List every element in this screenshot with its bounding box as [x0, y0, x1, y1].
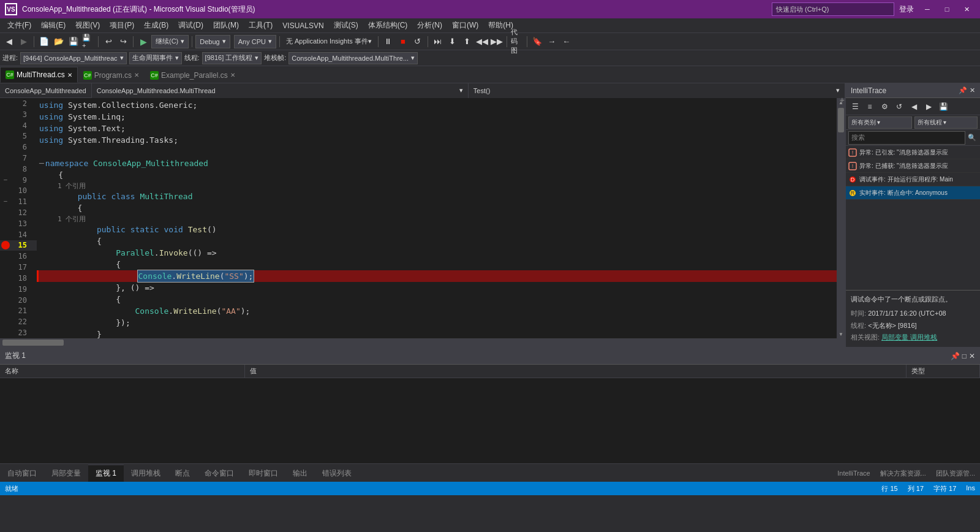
- it-event-3[interactable]: D 调试事件: 开始运行应用程序: Main: [846, 173, 980, 186]
- solution-explorer-tab[interactable]: 解决方案资源...: [875, 465, 931, 482]
- insights-button[interactable]: 无 Application Insights 事件▾: [283, 35, 375, 48]
- thread-dropdown[interactable]: [9816] 工作线程 ▾: [202, 52, 262, 64]
- login-label[interactable]: 登录: [899, 4, 914, 15]
- code-map-button[interactable]: 代码图: [510, 35, 524, 48]
- pause-button[interactable]: ⏸: [382, 35, 395, 48]
- it-close-button[interactable]: ✕: [970, 86, 975, 94]
- menu-file[interactable]: 文件(F): [2, 18, 36, 33]
- menu-tools[interactable]: 工具(T): [244, 18, 277, 33]
- process-dropdown[interactable]: [9464] ConsoleApp_Multithreac ▾: [20, 52, 126, 64]
- undo-button[interactable]: ↩: [102, 35, 115, 48]
- it-detail-view-button[interactable]: ≡: [863, 100, 876, 113]
- col-header-type[interactable]: 类型: [907, 365, 980, 378]
- it-category-filter[interactable]: 所有类别 ▾: [848, 116, 912, 129]
- quick-search[interactable]: 快速启动 (Ctrl+Q): [772, 2, 894, 16]
- menu-build[interactable]: 生成(B): [139, 18, 173, 33]
- bot-tab-auto[interactable]: 自动窗口: [0, 465, 44, 482]
- it-pin-button[interactable]: 📌: [959, 86, 967, 94]
- menu-project[interactable]: 项目(P): [105, 18, 139, 33]
- code-content[interactable]: using System.Collections.Generic; using …: [37, 98, 837, 338]
- watch-maximize-button[interactable]: □: [962, 352, 967, 360]
- maximize-button[interactable]: □: [938, 3, 956, 15]
- tab-multithread-close[interactable]: ✕: [67, 72, 72, 78]
- save-button[interactable]: 💾: [67, 35, 80, 48]
- menu-debug[interactable]: 调试(D): [173, 18, 208, 33]
- menu-visualsvn[interactable]: VISUALSVN: [277, 18, 328, 33]
- it-event-2[interactable]: ! 异常: 已捕获: "消息筛选器显示应: [846, 159, 980, 173]
- it-search-icon[interactable]: 🔍: [967, 132, 978, 144]
- intellitrace-fwd[interactable]: ▶▶: [490, 35, 503, 48]
- debug-config-dropdown[interactable]: 继续(C) ▾: [151, 35, 189, 48]
- horizontal-scrollbar[interactable]: [0, 338, 845, 347]
- bookmark-button[interactable]: 🔖: [530, 35, 544, 48]
- tab-parallel-close[interactable]: ✕: [230, 72, 235, 78]
- menu-team[interactable]: 团队(M): [208, 18, 244, 33]
- expand-button[interactable]: +: [840, 95, 845, 105]
- stack-dropdown[interactable]: ConsoleApp_Multithreaded.MultiThre... ▾: [288, 52, 418, 64]
- intellitrace-bottom-tab[interactable]: IntelliTrace: [832, 465, 875, 482]
- menu-view[interactable]: 视图(V): [70, 18, 105, 33]
- lifecycle-dropdown[interactable]: 生命周期事件 ▾: [129, 52, 182, 64]
- scroll-down-button[interactable]: ▼: [837, 330, 845, 338]
- breadcrumb-class[interactable]: ConsoleApp_Multithreaded.MultiThread ▾: [92, 83, 469, 98]
- it-event-1[interactable]: ! 异常: 已引发: "消息筛选器显示应: [846, 146, 980, 159]
- bot-tab-immediate[interactable]: 即时窗口: [241, 465, 285, 482]
- stop-button[interactable]: ■: [396, 35, 410, 48]
- watch-close-button[interactable]: ✕: [969, 352, 975, 360]
- menu-architecture[interactable]: 体系结构(C): [363, 18, 413, 33]
- intellitrace-back[interactable]: ◀◀: [475, 35, 489, 48]
- close-button[interactable]: ✕: [958, 3, 975, 15]
- tab-parallel[interactable]: C# Example_Parallel.cs ✕: [145, 67, 241, 83]
- menu-test[interactable]: 测试(S): [329, 18, 363, 33]
- it-list-view-button[interactable]: ☰: [848, 100, 862, 113]
- it-nav-back-button[interactable]: ◀: [907, 100, 921, 113]
- it-settings-button[interactable]: ⚙: [878, 100, 891, 113]
- it-refresh-button[interactable]: ↺: [892, 100, 906, 113]
- it-call-stack-link[interactable]: 调用堆栈: [910, 333, 937, 341]
- vertical-scrollbar[interactable]: ▲ ▼: [837, 98, 845, 338]
- bot-tab-callstack[interactable]: 调用堆栈: [124, 465, 168, 482]
- intellitrace-search[interactable]: 搜索: [848, 131, 965, 145]
- nav-forward-button[interactable]: →: [545, 35, 559, 48]
- bot-tab-locals[interactable]: 局部变量: [44, 465, 88, 482]
- it-local-vars-link[interactable]: 局部变量: [881, 333, 910, 341]
- bot-tab-watch1[interactable]: 监视 1: [88, 465, 124, 482]
- forward-button[interactable]: ▶: [17, 35, 31, 48]
- bot-tab-command[interactable]: 命令窗口: [197, 465, 241, 482]
- open-file-button[interactable]: 📂: [52, 35, 66, 48]
- minimize-button[interactable]: ─: [919, 3, 936, 15]
- col-header-name[interactable]: 名称: [0, 365, 245, 378]
- continue-button[interactable]: ▶: [137, 35, 150, 48]
- restart-button[interactable]: ↺: [411, 35, 424, 48]
- build-config-dropdown[interactable]: Debug ▾: [195, 35, 230, 48]
- breadcrumb-method[interactable]: Test() ▾: [469, 83, 845, 98]
- tab-program[interactable]: C# Program.cs ✕: [78, 67, 145, 83]
- it-event-4[interactable]: R 实时事件: 断点命中: Anonymous: [846, 186, 980, 200]
- bot-tab-breakpoints[interactable]: 断点: [168, 465, 197, 482]
- scroll-thumb[interactable]: [838, 108, 844, 132]
- it-save-button[interactable]: 💾: [937, 100, 950, 113]
- menu-window[interactable]: 窗口(W): [447, 18, 483, 33]
- menu-edit[interactable]: 编辑(E): [36, 18, 70, 33]
- step-out-button[interactable]: ⬆: [461, 35, 474, 48]
- step-over-button[interactable]: ⏭: [431, 35, 445, 48]
- hscroll-thumb[interactable]: [2, 340, 64, 346]
- nav-back-button[interactable]: ←: [560, 35, 573, 48]
- menu-analyze[interactable]: 分析(N): [412, 18, 447, 33]
- breakpoint-dot[interactable]: [1, 241, 10, 249]
- team-explorer-tab[interactable]: 团队资源管...: [931, 465, 980, 482]
- breadcrumb-project[interactable]: ConsoleApp_Multithreaded: [0, 83, 92, 98]
- watch-pin-button[interactable]: 📌: [951, 352, 960, 360]
- bot-tab-output[interactable]: 输出: [285, 465, 315, 482]
- tab-program-close[interactable]: ✕: [134, 72, 139, 78]
- bot-tab-errors[interactable]: 错误列表: [315, 465, 359, 482]
- new-file-button[interactable]: 📄: [37, 35, 51, 48]
- platform-dropdown[interactable]: Any CPU ▾: [234, 35, 276, 48]
- back-button[interactable]: ◀: [2, 35, 16, 48]
- tab-multithread[interactable]: C# MultiThread.cs ✕: [0, 67, 78, 83]
- it-thread-filter[interactable]: 所有线程 ▾: [914, 116, 978, 129]
- it-nav-fwd-button[interactable]: ▶: [922, 100, 935, 113]
- save-all-button[interactable]: 💾+: [81, 35, 95, 48]
- col-header-value[interactable]: 值: [245, 365, 907, 378]
- redo-button[interactable]: ↪: [116, 35, 130, 48]
